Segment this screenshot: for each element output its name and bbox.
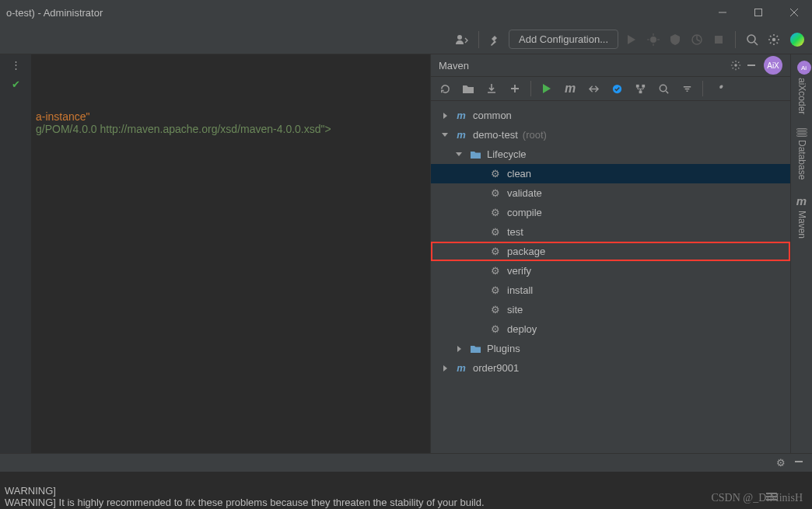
tree-item-demo-test[interactable]: m demo-test (root) [431,125,790,145]
maven-module-icon: m [454,110,468,121]
maven-tree[interactable]: m common m demo-test (root) Lifecycle ⚙ … [431,101,790,509]
tree-item-compile[interactable]: ⚙ compile [431,203,790,222]
search-icon[interactable] [744,31,761,48]
tree-item-clean[interactable]: ⚙ clean [431,164,790,183]
toggle-offline-icon[interactable] [609,83,625,95]
console-hide-icon[interactable] [793,456,804,469]
show-dependencies-icon[interactable] [632,83,648,95]
svg-rect-16 [747,64,755,66]
svg-rect-19 [642,84,645,87]
aix-badge-icon[interactable]: AiX [764,56,782,75]
tree-item-deploy[interactable]: ⚙ deploy [431,319,790,339]
editor-gutter: ⋮ ✔ [0,54,31,509]
tree-label: install [507,284,533,296]
toolbar-separator [478,31,479,48]
panel-settings-gear-icon[interactable] [728,60,744,71]
tree-label: compile [507,207,542,218]
tree-label: Lifecycle [487,148,527,160]
tree-item-order9001[interactable]: m order9001 [431,358,790,378]
chevron-right-icon[interactable] [440,113,450,119]
chevron-down-icon[interactable] [440,133,450,137]
maven-panel: Maven AiX m m [430,54,790,509]
toolbox-logo-icon[interactable] [790,33,804,47]
tree-label: test [507,226,523,238]
download-sources-icon[interactable] [484,83,499,94]
rail-aixcoder[interactable]: Ai aiXcoder [793,61,811,114]
vcs-people-icon[interactable] [453,31,471,48]
run-icon[interactable] [623,31,640,48]
checkmark-icon[interactable]: ✔ [12,78,20,90]
svg-point-12 [747,35,755,43]
console-line: WARNING] It is highly recommended to fix… [5,497,485,508]
maven-settings-wrench-icon[interactable] [711,83,726,95]
maven-module-icon: m [454,362,468,374]
svg-line-22 [666,91,668,93]
tree-item-validate[interactable]: ⚙ validate [431,183,790,203]
close-button[interactable] [776,0,812,25]
editor-column: ⋮ ✔ a-instance" g/POM/4.0.0 http://maven… [0,54,430,509]
editor-line: a-instance" [36,110,90,123]
tree-item-install[interactable]: ⚙ install [431,281,790,300]
toggle-skip-tests-icon[interactable] [586,83,601,95]
svg-rect-11 [715,36,723,44]
coverage-icon[interactable] [667,31,684,48]
add-icon[interactable] [507,83,523,94]
rail-database[interactable]: Database [796,128,807,180]
add-configuration-button[interactable]: Add Configuration... [509,30,618,49]
gear-icon: ⚙ [488,246,502,257]
collapse-all-icon[interactable] [679,83,695,95]
run-maven-icon[interactable] [539,84,555,93]
tree-label: common [473,110,512,121]
chevron-down-icon[interactable] [454,152,464,156]
tree-label: site [507,304,523,316]
tree-item-lifecycle[interactable]: Lifecycle [431,145,790,164]
rail-label: Maven [796,211,807,239]
build-hammer-icon[interactable] [487,31,504,48]
profile-icon[interactable] [688,31,705,48]
editor-line: g/POM/4.0.0 http://maven.apache.org/xsd/… [36,123,331,135]
minimize-button[interactable] [705,0,740,25]
tree-item-package[interactable]: ⚙ package [431,242,790,261]
tree-label: clean [507,168,531,180]
reload-icon[interactable] [437,83,453,95]
console-output[interactable]: WARNING] WARNING] It is highly recommend… [0,472,812,509]
chevron-right-icon[interactable] [440,365,450,371]
more-icon[interactable]: ⋮ [11,59,21,71]
tree-item-verify[interactable]: ⚙ verify [431,261,790,281]
tree-label: package [507,246,545,257]
search-icon[interactable] [656,83,671,95]
folder-icon [468,344,482,354]
aix-badge-icon: Ai [797,61,811,75]
editor-body[interactable]: a-instance" g/POM/4.0.0 http://maven.apa… [31,54,430,456]
stop-icon[interactable] [710,31,727,48]
gear-icon: ⚙ [488,187,502,199]
console-settings-gear-icon[interactable]: ⚙ [776,457,786,469]
tree-item-plugins[interactable]: Plugins [431,339,790,358]
console-toolbar: ⚙ [0,453,812,472]
maven-icon: m [796,194,807,207]
generate-sources-icon[interactable] [460,83,476,94]
settings-gear-icon[interactable] [765,31,782,48]
rail-label: aiXcoder [796,78,807,114]
maximize-button[interactable] [740,0,776,25]
svg-rect-20 [639,90,642,93]
right-tool-rail: Ai aiXcoder Database m Maven [790,54,812,509]
panel-hide-icon[interactable] [744,60,759,71]
svg-point-4 [457,35,462,40]
execute-goal-icon[interactable]: m [562,82,578,96]
tree-label: validate [507,187,542,199]
tree-item-site[interactable]: ⚙ site [431,300,790,319]
gear-icon: ⚙ [488,168,502,180]
folder-icon [468,150,482,159]
chevron-right-icon[interactable] [454,346,464,352]
console-line: WARNING] [5,485,56,497]
toolbar-separator [735,31,736,48]
window-title: o-test) - Administrator [6,7,103,19]
debug-icon[interactable] [645,31,662,48]
database-icon [796,128,807,137]
rail-maven[interactable]: m Maven [796,194,807,239]
tree-item-common[interactable]: m common [431,106,790,125]
maven-header: Maven AiX [431,54,790,76]
tree-item-test[interactable]: ⚙ test [431,222,790,242]
watermark: CSDN @_DiMinisH [711,492,803,504]
